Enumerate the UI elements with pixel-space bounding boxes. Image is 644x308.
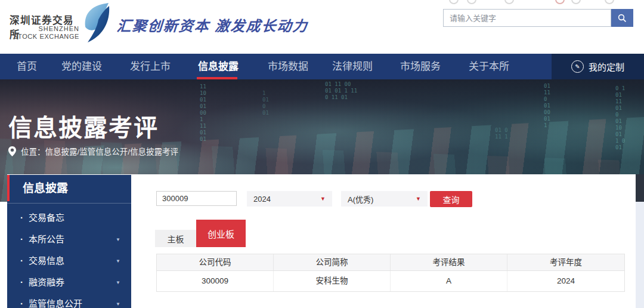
sidebar-item-label: 交易备忘 bbox=[29, 212, 64, 223]
result-select[interactable]: A(优秀) ▼ bbox=[341, 191, 428, 207]
logo-text-en-line1: SHENZHEN bbox=[10, 25, 79, 32]
cell-company-name: 安科生物 bbox=[274, 271, 391, 291]
page-title: 信息披露考评 bbox=[8, 109, 159, 143]
main-nav: 首页 党的建设 发行上市 信息披露 市场数据 法律规则 市场服务 关于本所 ✎ … bbox=[0, 54, 644, 79]
caret-down-icon: ▼ bbox=[416, 196, 421, 202]
pencil-circle-icon: ✎ bbox=[571, 60, 584, 73]
binary-decoration: 01 11 00 01 01 1 11 0 11 01 bbox=[325, 81, 357, 101]
sidebar-item-label: 融资融券 bbox=[29, 277, 64, 287]
chevron-down-icon: ▼ bbox=[116, 294, 120, 308]
binary-decoration: 01 11 0 01 00 01 1 bbox=[544, 83, 550, 129]
nav-item-services[interactable]: 市场服务 bbox=[400, 54, 441, 79]
nav-item-about[interactable]: 关于本所 bbox=[469, 54, 509, 79]
top-utility-icon-cutoff bbox=[605, 0, 614, 4]
sidebar-item-exchange-notices[interactable]: · 本所公告 ▼ bbox=[7, 229, 131, 250]
caret-down-icon: ▼ bbox=[320, 196, 326, 202]
company-code-input[interactable] bbox=[156, 191, 237, 206]
top-utility-icon-cutoff bbox=[504, 0, 514, 4]
sidebar-red-accent bbox=[7, 175, 10, 201]
table-row[interactable]: 300009 安科生物 A 2024 bbox=[157, 271, 624, 291]
my-customization-button[interactable]: ✎ 我的定制 bbox=[552, 54, 644, 79]
top-utility-icon-cutoff bbox=[571, 0, 581, 4]
tab-chinext[interactable]: 创业板 bbox=[196, 220, 246, 247]
my-customization-label: 我的定制 bbox=[589, 60, 624, 73]
sidebar-item-label: 交易信息 bbox=[29, 255, 64, 266]
top-utility-icon-cutoff bbox=[467, 0, 476, 4]
cell-year: 2024 bbox=[507, 271, 624, 291]
binary-decoration: 1 01 0 01 bbox=[262, 90, 269, 116]
bullet-icon: · bbox=[20, 229, 23, 250]
top-utility-icon-cutoff bbox=[555, 0, 565, 4]
binary-decoration: 01 0 11 1 bbox=[495, 127, 508, 140]
nav-item-home[interactable]: 首页 bbox=[17, 54, 37, 79]
col-header-company-code: 公司代码 bbox=[157, 254, 274, 270]
cell-company-code: 300009 bbox=[157, 271, 274, 291]
chevron-down-icon: ▼ bbox=[116, 229, 120, 251]
search-button[interactable] bbox=[611, 9, 633, 27]
chevron-down-icon: ▼ bbox=[116, 251, 120, 272]
sidebar-title: 信息披露 bbox=[23, 175, 68, 202]
query-button[interactable]: 查询 bbox=[430, 191, 472, 207]
breadcrumb: 位置：信息披露/监管信息公开/信息披露考评 bbox=[8, 145, 178, 157]
sidebar-item-regulatory-disclosure[interactable]: · 监管信息公开 ▼ bbox=[7, 293, 131, 308]
col-header-result: 考评结果 bbox=[391, 254, 507, 270]
location-pin-icon bbox=[8, 146, 16, 156]
sidebar-header: 信息披露 bbox=[7, 175, 131, 204]
top-utility-icon-cutoff bbox=[449, 0, 459, 4]
result-select-value: A(优秀) bbox=[348, 193, 373, 205]
binary-decoration: 0 1 01 11 01 0 01 10 01 1 0 01 bbox=[615, 85, 625, 151]
left-margin bbox=[0, 202, 7, 308]
logo-text-en-line2: STOCK EXCHANGE bbox=[10, 33, 79, 40]
col-header-company-name: 公司简称 bbox=[274, 254, 391, 270]
slogan: 汇聚创新资本 激发成长动力 bbox=[116, 14, 309, 35]
sidebar-item-label: 本所公告 bbox=[29, 234, 64, 244]
bullet-icon: · bbox=[20, 250, 23, 272]
nav-item-rules[interactable]: 法律规则 bbox=[332, 54, 373, 79]
scrollbar-thumb[interactable] bbox=[636, 174, 644, 202]
breadcrumb-text: 位置：信息披露/监管信息公开/信息披露考评 bbox=[21, 145, 178, 157]
sidebar-item-trading-memo[interactable]: · 交易备忘 bbox=[7, 207, 131, 229]
sidebar-disclosure-menu: 信息披露 · 交易备忘 · 本所公告 ▼ · 交易信息 ▼ · 融资融券 ▼ bbox=[7, 175, 131, 308]
sidebar-item-trading-info[interactable]: · 交易信息 ▼ bbox=[7, 250, 131, 272]
table-header-row: 公司代码 公司简称 考评结果 考评年度 bbox=[157, 254, 624, 271]
bullet-icon: · bbox=[20, 293, 23, 308]
col-header-year: 考评年度 bbox=[507, 254, 624, 270]
year-select[interactable]: 2024 ▼ bbox=[247, 191, 332, 207]
chevron-down-icon: ▼ bbox=[116, 272, 120, 294]
scrollbar-track[interactable] bbox=[636, 202, 644, 308]
cell-result: A bbox=[391, 271, 507, 291]
page: 深圳证券交易所 SHENZHEN STOCK EXCHANGE 汇聚创新资本 激… bbox=[0, 0, 644, 308]
sidebar-list: · 交易备忘 · 本所公告 ▼ · 交易信息 ▼ · 融资融券 ▼ · 监管信息… bbox=[7, 207, 131, 308]
tab-main-board[interactable]: 主板 bbox=[155, 230, 196, 247]
evaluation-results-table: 公司代码 公司简称 考评结果 考评年度 300009 安科生物 A 2024 bbox=[156, 254, 625, 292]
bullet-icon: · bbox=[20, 207, 23, 229]
search-input[interactable] bbox=[443, 9, 611, 27]
search-icon bbox=[618, 14, 627, 23]
bullet-icon: · bbox=[20, 272, 23, 293]
sidebar-item-label: 监管信息公开 bbox=[29, 298, 82, 308]
nav-item-listing[interactable]: 发行上市 bbox=[130, 54, 171, 79]
nav-item-party[interactable]: 党的建设 bbox=[61, 54, 102, 79]
binary-decoration: 11 10 01 01 00 1 11 01 01 bbox=[200, 84, 206, 143]
nav-item-market-data[interactable]: 市场数据 bbox=[268, 54, 308, 79]
szse-logo-icon bbox=[82, 2, 110, 45]
nav-item-disclosure[interactable]: 信息披露 bbox=[198, 54, 239, 79]
year-select-value: 2024 bbox=[253, 195, 271, 204]
sidebar-item-margin-trading[interactable]: · 融资融券 ▼ bbox=[7, 272, 131, 293]
